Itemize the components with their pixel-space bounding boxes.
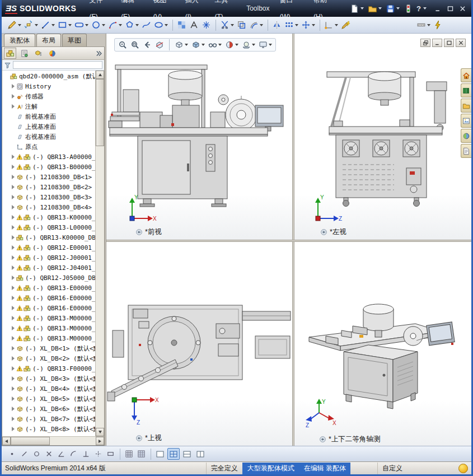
tree-item-21[interactable]: (-) QBR16-E00000_DB_ (2, 293, 95, 303)
tool-slot-button[interactable] (73, 19, 90, 31)
tree-item-15[interactable]: (-) QBR13-K00000_DB_ASM (2, 232, 95, 242)
hscrollbar-track[interactable] (11, 437, 96, 445)
tool-sketch-button[interactable] (6, 19, 22, 31)
viewport-top[interactable]: X Z *上视 (106, 242, 292, 446)
tree-item-2[interactable]: 注解 (2, 101, 95, 111)
expand-arrow[interactable] (10, 356, 16, 361)
tree-item-26[interactable]: (-) XL_DB<1> (默认<默认 (2, 343, 95, 353)
tree-item-8[interactable]: (-) QBR13-B00000_DB_ (2, 162, 95, 172)
tree-item-31[interactable]: (-) XL_DB<5> (默认<默认 (2, 394, 95, 404)
tree-filter-input[interactable] (13, 61, 102, 69)
scene-button[interactable] (241, 39, 256, 50)
expand-arrow[interactable] (10, 396, 16, 401)
new-doc-button[interactable] (349, 3, 365, 15)
tool-mirror-button[interactable] (271, 19, 283, 31)
viewport-splitter-horizontal[interactable] (106, 240, 471, 242)
snap-slash-button[interactable] (18, 449, 30, 460)
expand-arrow[interactable] (10, 215, 16, 220)
expand-arrow[interactable] (10, 326, 16, 330)
expand-arrow[interactable] (10, 386, 16, 391)
tool-patch-button[interactable] (176, 19, 188, 31)
tool-snaps-button[interactable] (323, 19, 339, 31)
tool-ellipse-button[interactable] (153, 19, 169, 31)
tree-item-9[interactable]: (-) 12108300_DB<1> (默认< (2, 172, 95, 182)
zoom-fit-button[interactable] (117, 39, 128, 50)
tree-item-14[interactable]: (-) QBR13-L00000_DB_ (2, 222, 95, 232)
tree-item-1[interactable]: 传感器 (2, 91, 95, 101)
tool-pattern-button[interactable] (283, 19, 299, 31)
view-settings-button[interactable] (257, 39, 273, 50)
section-button[interactable] (154, 39, 165, 50)
fm-tree-tab[interactable] (4, 48, 16, 59)
tree-item-5[interactable]: 右视基准面 (2, 132, 95, 142)
tree-item-10[interactable]: (-) 12108300_DB<2> (默认< (2, 182, 95, 192)
tab-0[interactable]: 装配体 (4, 34, 35, 46)
fm-display-tab[interactable] (46, 48, 58, 59)
snap-rectsm-button[interactable] (105, 449, 116, 460)
expand-arrow[interactable] (10, 185, 16, 189)
tool-offset-button[interactable] (248, 19, 264, 31)
tree-item-13[interactable]: (-) QBR13-K00000_DB_ASM (2, 212, 95, 222)
tree-item-3[interactable]: 前视基准面 (2, 111, 95, 122)
quick-tip-icon[interactable] (458, 464, 468, 473)
tool-line-button[interactable] (40, 19, 56, 31)
prev-view-button[interactable] (142, 39, 153, 50)
tree-item-25[interactable]: (-) QBR13-M00000_DB_ (2, 333, 95, 343)
tool-rect-button[interactable] (57, 19, 73, 31)
tree-item-16[interactable]: (-) QBR12-E00001_DB_ (2, 242, 95, 253)
expand-arrow[interactable] (10, 286, 16, 290)
expand-arrow[interactable] (10, 366, 16, 371)
viewport-isometric[interactable]: Y X Z *上下二等角轴测 (294, 242, 471, 446)
snap-hv-button[interactable] (92, 449, 104, 460)
doc-restore-button[interactable] (420, 39, 430, 47)
expand-arrow[interactable] (10, 255, 16, 260)
tool-rapid-button[interactable] (340, 19, 352, 31)
expand-arrow[interactable] (10, 276, 16, 280)
tab-1[interactable]: 布局 (36, 34, 61, 46)
fm-props-tab[interactable] (18, 48, 30, 59)
scroll-up-button[interactable] (96, 71, 104, 79)
view-cube-button[interactable] (174, 39, 189, 50)
snap-circ-button[interactable] (31, 449, 42, 460)
expand-arrow[interactable] (10, 84, 16, 88)
tree-item-4[interactable]: 上视基准面 (2, 122, 95, 132)
help-button[interactable]: ? (414, 4, 429, 13)
expand-arrow[interactable] (10, 427, 16, 431)
expand-arrow[interactable] (10, 175, 16, 179)
tree-item-19[interactable]: (-) QBR12-J05000_DB_ASM (2, 273, 95, 283)
expand-arrow[interactable] (10, 407, 16, 411)
scroll-left-button[interactable] (2, 437, 11, 445)
expand-arrow[interactable] (10, 346, 16, 351)
vp-two-h-button[interactable] (181, 448, 193, 460)
tool-point-button[interactable] (200, 19, 212, 31)
tree-item-24[interactable]: (-) QBR13-M00000_DB_ (2, 323, 95, 333)
expand-arrow[interactable] (10, 376, 16, 381)
tool-bolt-button[interactable] (432, 19, 444, 31)
expand-arrow[interactable] (10, 336, 16, 340)
tree-item-6[interactable]: 原点 (2, 142, 95, 152)
tree-root-item[interactable]: qbd20-000000_asm (默认< (2, 71, 95, 81)
expand-arrow[interactable] (10, 205, 16, 209)
expand-arrow[interactable] (10, 225, 16, 230)
tree-item-30[interactable]: (-) XL_DB<4> (默认<默认 (2, 384, 95, 394)
expand-arrow[interactable] (10, 155, 16, 159)
tree-item-7[interactable]: (-) QBR13-A00000_DB_ (2, 152, 95, 162)
grid2-button[interactable] (135, 449, 147, 460)
fm-config-tab[interactable] (32, 48, 44, 59)
expand-arrow[interactable] (10, 94, 16, 99)
expand-arrow[interactable] (10, 265, 16, 270)
tool-convert-button[interactable] (236, 19, 247, 31)
tool-dimension-button[interactable] (23, 19, 39, 31)
viewport-left[interactable]: Z Y *左视 (294, 34, 471, 240)
tree-item-22[interactable]: (-) QBR16-E00000_DB_ (2, 303, 95, 313)
scrollbar-thumb[interactable] (96, 79, 104, 146)
tree-item-23[interactable]: (-) QBR13-M00000_DB_ (2, 313, 95, 323)
grid1-button[interactable] (123, 449, 134, 460)
taskpane-custom-props-tab[interactable] (461, 144, 471, 158)
scroll-down-button[interactable] (96, 428, 104, 436)
expand-arrow[interactable] (10, 195, 16, 199)
snap-dot-button[interactable] (6, 449, 17, 460)
tool-text-tool-button[interactable] (188, 19, 200, 31)
appearance-button[interactable] (224, 39, 240, 50)
snap-xmark-button[interactable] (43, 449, 54, 460)
